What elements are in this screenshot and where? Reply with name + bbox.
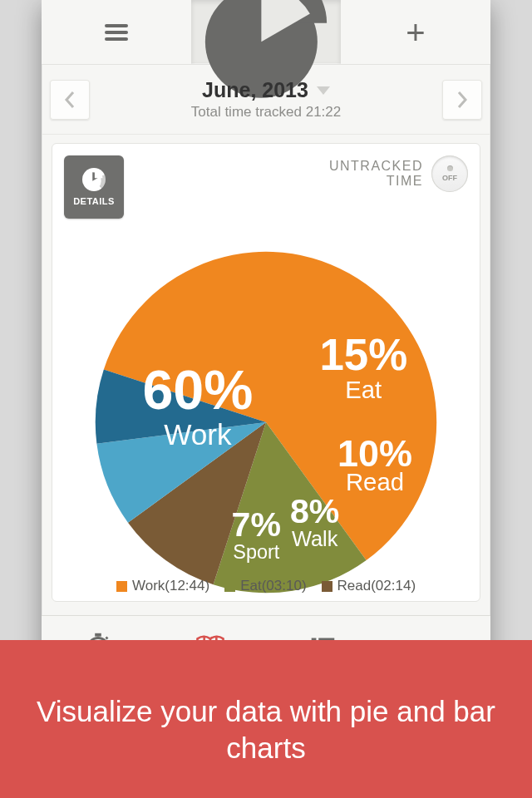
- promo-banner: Visualize your data with pie and bar cha…: [0, 640, 532, 798]
- untracked-toggle-group: UNTRACKED TIME OFF: [329, 155, 468, 192]
- untracked-label: UNTRACKED TIME: [329, 159, 423, 188]
- promo-text: Visualize your data with pie and bar cha…: [25, 693, 507, 766]
- legend-item-read: Read(02:14): [322, 578, 416, 594]
- toggle-indicator-icon: [447, 165, 453, 171]
- legend-swatch: [322, 581, 332, 592]
- legend-item-eat: Eat(03:10): [224, 578, 306, 594]
- period-subtotal: Total time tracked 21:22: [90, 104, 442, 121]
- nav-add-button[interactable]: +: [341, 0, 490, 64]
- menu-icon: [105, 24, 128, 41]
- plus-icon: +: [406, 16, 425, 49]
- legend-label: Read(02:14): [337, 578, 416, 594]
- nav-menu-button[interactable]: [42, 0, 191, 64]
- legend-swatch: [116, 581, 127, 592]
- slice-work-name: Work: [164, 418, 232, 451]
- untracked-toggle[interactable]: OFF: [431, 155, 468, 192]
- period-dropdown[interactable]: June, 2013 Total time tracked 21:22: [90, 78, 442, 121]
- chevron-down-icon: [317, 86, 330, 95]
- svg-rect-3: [95, 633, 101, 636]
- next-period-button[interactable]: [442, 80, 482, 120]
- slice-work-pct: 60%: [142, 359, 253, 421]
- chart-card: DETAILS UNTRACKED TIME OFF 6: [52, 143, 480, 602]
- chevron-left-icon: [63, 91, 76, 109]
- svg-line-6: [106, 637, 107, 638]
- nav-charts-button[interactable]: [191, 0, 341, 64]
- slice-walk-name: Walk: [292, 527, 338, 550]
- details-label: DETAILS: [73, 196, 115, 206]
- slice-walk-pct: 8%: [290, 492, 339, 530]
- slice-read-name: Read: [346, 468, 404, 495]
- slice-eat-name: Eat: [345, 376, 382, 403]
- legend-label: Work(12:44): [132, 578, 209, 594]
- slice-sport-name: Sport: [233, 541, 280, 563]
- chart-legend: Work(12:44) Eat(03:10) Read(02:14): [52, 578, 480, 594]
- slice-eat-pct: 15%: [319, 330, 407, 379]
- prev-period-button[interactable]: [50, 80, 90, 120]
- top-nav: +: [42, 0, 490, 65]
- details-button[interactable]: DETAILS: [64, 155, 124, 219]
- pie-chart-icon: [82, 168, 106, 191]
- toggle-state: OFF: [442, 174, 457, 182]
- chevron-right-icon: [456, 91, 469, 109]
- pie-chart: 60% Work 15% Eat 10% Read 8% Walk: [87, 244, 445, 601]
- period-title: June, 2013: [202, 78, 308, 102]
- slice-sport-pct: 7%: [232, 505, 281, 544]
- legend-label: Eat(03:10): [240, 578, 306, 594]
- app-screen: + June, 2013 Total time tracked 21:22: [42, 0, 490, 675]
- legend-item-work: Work(12:44): [116, 578, 209, 594]
- legend-swatch: [224, 581, 235, 592]
